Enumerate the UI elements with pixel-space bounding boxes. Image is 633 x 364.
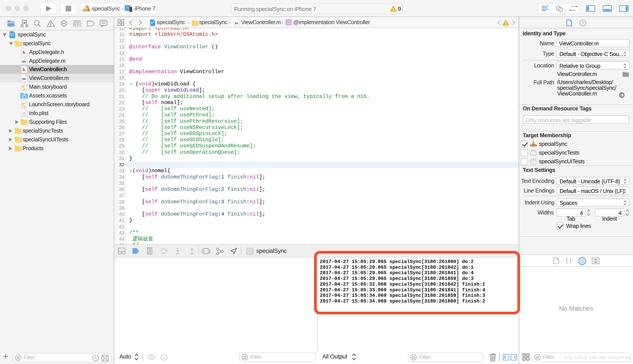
svg-text:?: ? [582, 20, 584, 25]
svg-text:PLIST: PLIST [23, 115, 26, 116]
